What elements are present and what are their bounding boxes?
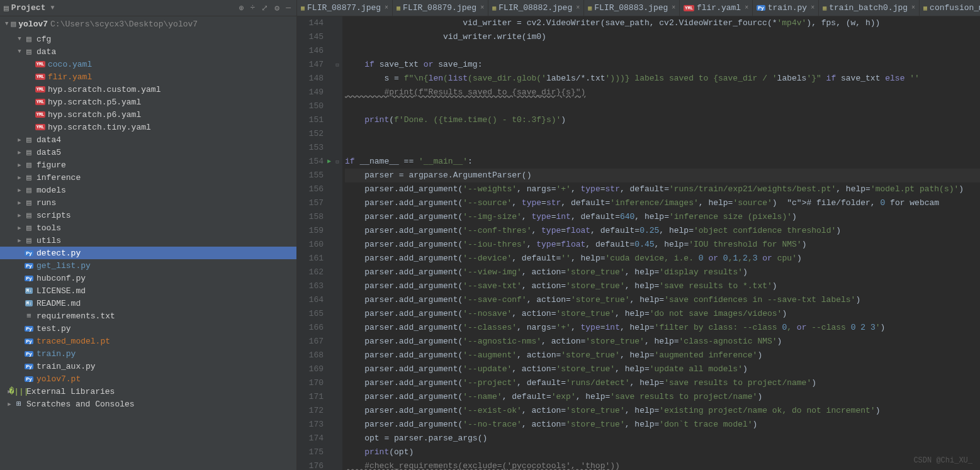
chevron-icon[interactable]: ▶ — [15, 212, 24, 219]
tree-item[interactable]: YMLhyp.scratch.custom.yaml — [0, 83, 296, 96]
code-line[interactable]: parser.add_argument('--project', default… — [345, 376, 980, 390]
chevron-icon[interactable]: ▶ — [15, 174, 24, 181]
fold-marker[interactable] — [332, 279, 342, 293]
chevron-down-icon[interactable]: ▼ — [5, 21, 8, 27]
fold-marker[interactable] — [332, 252, 342, 266]
fold-marker[interactable] — [332, 196, 342, 210]
code-line[interactable]: parser.add_argument('--source', type=str… — [345, 196, 980, 210]
code-editor[interactable]: 144145146147148149150151152153154▶155156… — [297, 16, 980, 470]
tree-item[interactable]: ≡requirements.txt — [0, 310, 296, 322]
tree-item[interactable]: Pyyolov7.pt — [0, 372, 296, 385]
code-line[interactable]: parser.add_argument('--agnostic-nms', ac… — [345, 335, 980, 349]
code-line[interactable]: if __name__ == '__main__': — [345, 155, 980, 169]
code-line[interactable]: parser.add_argument('--iou-thres', type=… — [345, 238, 980, 252]
fold-marker[interactable] — [332, 113, 342, 127]
editor-tab[interactable]: ▦confusion_matrix.png× — [920, 0, 980, 16]
code-line[interactable]: parser.add_argument('--nosave', action='… — [345, 307, 980, 321]
tree-item[interactable]: Pytraced_model.pt — [0, 335, 296, 347]
fold-marker[interactable] — [332, 307, 342, 321]
tree-item[interactable]: YMLhyp.scratch.tiny.yaml — [0, 121, 296, 133]
editor-tab[interactable]: YMLflir.yaml× — [680, 0, 753, 16]
fold-marker[interactable] — [332, 459, 342, 470]
code-line[interactable]: parser.add_argument('--save-txt', action… — [345, 279, 980, 293]
chevron-icon[interactable]: ▶ — [15, 162, 24, 169]
code-line[interactable]: parser.add_argument('--device', default=… — [345, 252, 980, 266]
editor-tab[interactable]: ▦train_batch0.jpg× — [819, 0, 920, 16]
tree-item[interactable]: M↓README.md — [0, 297, 296, 310]
editor-tab[interactable]: ▦FLIR_08883.jpeg× — [584, 0, 680, 16]
code-line[interactable]: parser = argparse.ArgumentParser() — [345, 169, 980, 182]
code-line[interactable]: #print(f"Results saved to {save_dir}{s}"… — [345, 86, 980, 99]
hide-icon[interactable]: — — [284, 3, 293, 13]
code-line[interactable] — [345, 99, 980, 113]
fold-marker[interactable] — [332, 141, 342, 155]
code-line[interactable]: parser.add_argument('--augment', action=… — [345, 349, 980, 362]
code-line[interactable]: opt = parser.parse_args() — [345, 432, 980, 445]
close-icon[interactable]: × — [576, 4, 580, 11]
tree-item[interactable]: ▼▤data — [0, 45, 296, 58]
code-line[interactable]: #check_requirements(exclude=('pycocotool… — [345, 459, 980, 470]
code-line[interactable]: parser.add_argument('--conf-thres', type… — [345, 224, 980, 238]
chevron-icon[interactable]: ▶ — [15, 187, 24, 194]
tree-item[interactable]: Pydetect.py — [0, 247, 296, 259]
code-line[interactable]: print(opt) — [345, 445, 980, 459]
chevron-icon[interactable]: ▼ — [15, 36, 24, 42]
chevron-icon[interactable]: ▶ — [15, 149, 24, 156]
fold-marker[interactable] — [332, 376, 342, 390]
editor-tab[interactable]: ▦FLIR_08882.jpeg× — [488, 0, 584, 16]
tree-item[interactable]: YMLcoco.yaml — [0, 58, 296, 70]
tree-item[interactable]: Pyget_list.py — [0, 259, 296, 272]
code-line[interactable]: vid_writer.write(im0) — [345, 30, 980, 44]
close-icon[interactable]: × — [745, 4, 748, 11]
tree-item[interactable]: ▶▤data5 — [0, 146, 296, 159]
close-icon[interactable]: × — [911, 4, 915, 11]
chevron-icon[interactable]: ▶ — [15, 199, 24, 206]
dropdown-icon[interactable]: ▼ — [50, 4, 54, 11]
close-icon[interactable]: × — [480, 4, 484, 11]
chevron-icon[interactable]: ▶ — [5, 401, 14, 408]
chevron-icon[interactable]: ▶ — [15, 225, 24, 232]
code-line[interactable]: parser.add_argument('--no-trace', action… — [345, 418, 980, 432]
fold-marker[interactable] — [332, 30, 342, 44]
fold-marker[interactable] — [332, 16, 342, 30]
fold-marker[interactable] — [332, 293, 342, 307]
tree-item[interactable]: Pyhubconf.py — [0, 272, 296, 284]
fold-marker[interactable] — [332, 182, 342, 196]
run-icon[interactable]: ▶ — [327, 155, 331, 169]
tree-item[interactable]: ▶▤models — [0, 184, 296, 196]
expand-icon[interactable]: ⤢ — [259, 3, 270, 13]
code-line[interactable]: s = f"\n{len(list(save_dir.glob('labels/… — [345, 72, 980, 86]
code-line[interactable]: parser.add_argument('--save-conf', actio… — [345, 293, 980, 307]
tree-item[interactable]: Pytrain_aux.py — [0, 360, 296, 372]
fold-marker[interactable] — [332, 362, 342, 376]
code-line[interactable] — [345, 44, 980, 58]
editor-tab[interactable]: ▦FLIR_08877.jpeg× — [297, 0, 393, 16]
target-icon[interactable]: ⊕ — [237, 3, 246, 13]
fold-marker[interactable] — [332, 210, 342, 224]
fold-marker[interactable] — [332, 432, 342, 445]
fold-marker[interactable] — [332, 349, 342, 362]
code-line[interactable]: print(f'Done. ({time.time() - t0:.3f}s)'… — [345, 113, 980, 127]
chevron-icon[interactable]: ▶ — [15, 237, 24, 244]
fold-marker[interactable] — [332, 72, 342, 86]
tree-item[interactable]: ▶▤scripts — [0, 209, 296, 221]
collapse-icon[interactable]: ÷ — [249, 3, 257, 13]
tree-item[interactable]: ▶▤utils — [0, 234, 296, 247]
tree-item[interactable]: YMLhyp.scratch.p5.yaml — [0, 96, 296, 108]
code-line[interactable]: parser.add_argument('--weights', nargs='… — [345, 182, 980, 196]
tree-item[interactable]: ▶▤data4 — [0, 133, 296, 146]
fold-marker[interactable] — [332, 321, 342, 335]
code-line[interactable]: parser.add_argument('--update', action='… — [345, 362, 980, 376]
editor-tab[interactable]: ▦FLIR_08879.jpeg× — [393, 0, 488, 16]
code-line[interactable]: parser.add_argument('--classes', nargs='… — [345, 321, 980, 335]
fold-marker[interactable] — [332, 127, 342, 141]
code-line[interactable]: parser.add_argument('--exist-ok', action… — [345, 404, 980, 418]
close-icon[interactable]: × — [672, 4, 675, 11]
fold-marker[interactable] — [332, 169, 342, 182]
fold-marker[interactable] — [332, 445, 342, 459]
fold-marker[interactable]: ⊟ — [332, 155, 342, 169]
fold-marker[interactable] — [332, 390, 342, 404]
fold-marker[interactable] — [332, 99, 342, 113]
fold-marker[interactable] — [332, 44, 342, 58]
code-line[interactable] — [345, 127, 980, 141]
